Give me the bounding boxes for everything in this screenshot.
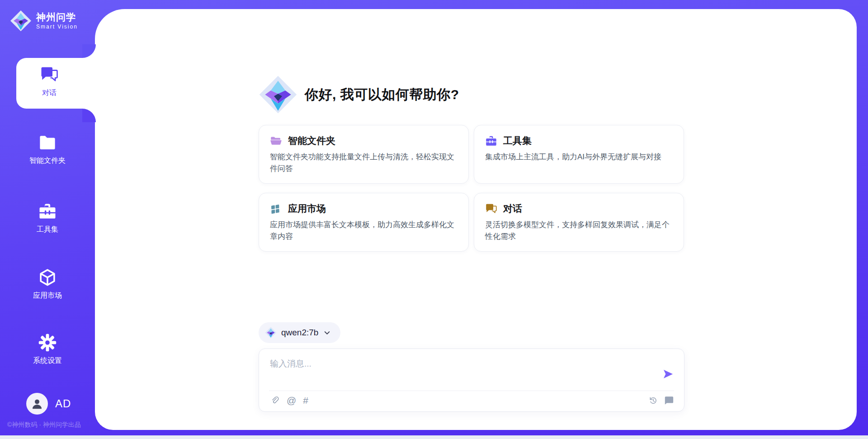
toolbox-icon bbox=[485, 135, 497, 147]
sidebar-item-toolkit[interactable]: 工具集 bbox=[14, 202, 81, 234]
chevron-down-icon bbox=[323, 329, 331, 337]
tab-fillet-top bbox=[82, 44, 96, 58]
card-title: 工具集 bbox=[503, 134, 532, 147]
card-title: 智能文件夹 bbox=[288, 134, 335, 147]
sidebar-footer: ©神州数码 · 神州问学出品 bbox=[7, 421, 98, 429]
card-app-market[interactable]: 应用市场 应用市场提供丰富长文本模板，助力高效生成多样化文章内容 bbox=[259, 193, 469, 252]
greeting-row: 你好, 我可以如何帮助你? bbox=[259, 75, 459, 114]
tab-fillet-bottom bbox=[82, 109, 96, 122]
chat-bubbles-icon bbox=[485, 203, 497, 215]
card-description: 智能文件夹功能支持批量文件上传与清洗，轻松实现文件问答 bbox=[270, 151, 458, 174]
market-grid-icon bbox=[270, 203, 282, 215]
card-toolkit[interactable]: 工具集 集成市场上主流工具，助力AI与外界无缝扩展与对接 bbox=[474, 125, 684, 184]
paperclip-icon[interactable] bbox=[270, 396, 280, 406]
model-logo-icon bbox=[265, 327, 277, 339]
main-panel: 你好, 我可以如何帮助你? 智能文件夹 智能文件夹功能支持批量文件上传与清洗，轻… bbox=[95, 9, 857, 430]
user-name: AD bbox=[55, 397, 71, 410]
avatar bbox=[26, 393, 48, 415]
person-icon bbox=[30, 397, 44, 410]
app-logo: 神州问学 Smart Vision bbox=[10, 10, 78, 32]
card-description: 集成市场上主流工具，助力AI与外界无缝扩展与对接 bbox=[485, 151, 673, 163]
app-name: 神州问学 bbox=[36, 12, 78, 22]
history-icon[interactable] bbox=[648, 396, 658, 406]
hashtag-icon[interactable]: # bbox=[303, 396, 308, 406]
app-logo-icon bbox=[10, 10, 32, 32]
mention-icon[interactable]: @ bbox=[287, 396, 296, 406]
sidebar-item-settings[interactable]: 系统设置 bbox=[14, 333, 81, 366]
chat-filled-icon[interactable] bbox=[664, 396, 674, 406]
sidebar-item-label: 智能文件夹 bbox=[29, 156, 66, 166]
gear-icon bbox=[38, 333, 57, 352]
app-subtitle: Smart Vision bbox=[36, 24, 78, 30]
card-title: 对话 bbox=[503, 202, 522, 215]
card-title: 应用市场 bbox=[288, 202, 326, 215]
greeting-title: 你好, 我可以如何帮助你? bbox=[305, 86, 459, 104]
model-selector[interactable]: qwen2:7b bbox=[259, 322, 340, 343]
sidebar-item-app-market[interactable]: 应用市场 bbox=[14, 268, 81, 301]
sidebar-item-label: 应用市场 bbox=[33, 291, 62, 301]
message-input[interactable] bbox=[270, 356, 650, 372]
folder-icon bbox=[38, 133, 57, 152]
card-description: 应用市场提供丰富长文本模板，助力高效生成多样化文章内容 bbox=[270, 219, 458, 242]
sidebar-item-chat[interactable]: 对话 bbox=[16, 65, 82, 98]
folder-open-icon bbox=[270, 135, 282, 147]
message-composer: @ # bbox=[259, 348, 684, 412]
chat-bubbles-icon bbox=[40, 65, 59, 84]
toolbox-icon bbox=[38, 202, 57, 221]
card-chat[interactable]: 对话 灵活切换多模型文件，支持多样回复效果调试，满足个性化需求 bbox=[474, 193, 684, 252]
send-icon[interactable] bbox=[662, 368, 674, 380]
composer-divider bbox=[269, 391, 674, 391]
sidebar-item-label: 系统设置 bbox=[33, 356, 62, 366]
sidebar-item-label: 对话 bbox=[42, 88, 57, 98]
user-account[interactable]: AD bbox=[26, 393, 71, 415]
bottom-edge-strip bbox=[0, 435, 868, 439]
card-description: 灵活切换多模型文件，支持多样回复效果调试，满足个性化需求 bbox=[485, 219, 673, 242]
app-logo-icon bbox=[259, 75, 297, 114]
sidebar-item-smart-folder[interactable]: 智能文件夹 bbox=[14, 133, 81, 166]
card-smart-folder[interactable]: 智能文件夹 智能文件夹功能支持批量文件上传与清洗，轻松实现文件问答 bbox=[259, 125, 469, 184]
model-name: qwen2:7b bbox=[281, 328, 318, 338]
sidebar-item-label: 工具集 bbox=[37, 225, 58, 234]
cube-icon bbox=[38, 268, 57, 287]
